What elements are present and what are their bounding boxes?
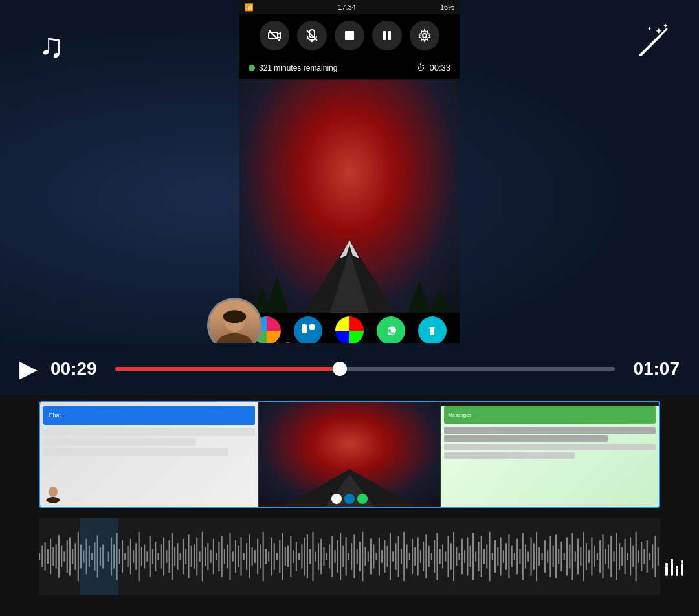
svg-rect-135 — [285, 547, 286, 566]
svg-rect-75 — [119, 549, 120, 564]
svg-rect-139 — [296, 542, 297, 571]
svg-rect-108 — [210, 550, 212, 563]
svg-rect-190 — [436, 533, 438, 580]
svg-rect-230 — [547, 550, 548, 563]
svg-rect-52 — [52, 547, 54, 566]
phone-battery: 16% — [440, 3, 454, 11]
svg-rect-256 — [619, 543, 620, 569]
svg-rect-221 — [522, 533, 524, 580]
svg-rect-55 — [61, 546, 62, 567]
svg-rect-138 — [293, 550, 294, 563]
svg-rect-267 — [649, 553, 650, 560]
svg-rect-61 — [78, 532, 79, 581]
svg-rect-143 — [307, 534, 308, 578]
progress-track[interactable] — [115, 367, 615, 371]
svg-rect-137 — [290, 536, 291, 577]
play-button[interactable]: ▶ — [19, 355, 38, 382]
svg-rect-166 — [370, 539, 372, 575]
svg-rect-192 — [442, 544, 443, 568]
svg-rect-279 — [681, 560, 683, 563]
svg-rect-136 — [287, 546, 289, 567]
svg-rect-58 — [69, 538, 71, 576]
progress-fill — [115, 367, 340, 371]
svg-rect-140 — [298, 553, 300, 560]
svg-rect-270 — [658, 547, 659, 566]
svg-rect-205 — [478, 542, 479, 571]
svg-rect-122 — [249, 534, 250, 578]
svg-rect-233 — [555, 534, 557, 578]
svg-rect-87 — [152, 549, 153, 564]
svg-rect-187 — [428, 546, 430, 567]
pause-button[interactable] — [372, 21, 402, 50]
current-time: 00:29 — [50, 358, 102, 379]
svg-rect-208 — [486, 544, 487, 568]
svg-rect-235 — [560, 542, 562, 571]
svg-rect-93 — [169, 540, 170, 573]
magic-wand-icon[interactable]: ✦ ✦ ✦ — [634, 23, 673, 67]
svg-rect-180 — [409, 553, 410, 560]
svg-rect-80 — [133, 550, 134, 563]
svg-rect-201 — [467, 538, 468, 576]
svg-rect-227 — [538, 547, 540, 566]
svg-rect-249 — [599, 540, 601, 573]
svg-rect-265 — [643, 549, 645, 564]
svg-rect-103 — [196, 538, 197, 576]
settings-button[interactable] — [410, 21, 439, 50]
svg-rect-47 — [39, 553, 40, 560]
svg-rect-199 — [461, 539, 463, 575]
svg-rect-241 — [577, 539, 579, 575]
svg-rect-250 — [602, 534, 603, 578]
svg-rect-60 — [74, 543, 76, 569]
svg-rect-56 — [63, 551, 65, 561]
svg-rect-237 — [566, 538, 568, 576]
strip-handle-right[interactable] — [659, 439, 660, 471]
audio-waveform[interactable]: // This won't work in SVG directly, use … — [39, 518, 660, 595]
svg-rect-59 — [72, 549, 73, 564]
svg-rect-84 — [144, 544, 145, 568]
svg-rect-258 — [625, 539, 626, 575]
svg-rect-82 — [139, 532, 140, 581]
svg-rect-255 — [616, 533, 617, 580]
svg-rect-148 — [320, 539, 322, 575]
svg-rect-272 — [665, 566, 668, 576]
video-strip[interactable]: Chat... — [39, 401, 660, 508]
recording-controls — [239, 14, 460, 56]
svg-rect-145 — [312, 532, 313, 581]
svg-rect-167 — [373, 544, 374, 568]
svg-rect-219 — [516, 539, 518, 575]
equalizer-icon[interactable] — [661, 556, 690, 588]
svg-rect-119 — [240, 538, 241, 576]
svg-rect-246 — [591, 538, 592, 576]
mute-camera-button[interactable] — [260, 21, 289, 50]
svg-rect-124 — [254, 550, 256, 563]
video-strip-row: Chat... — [0, 401, 699, 514]
svg-rect-134 — [282, 533, 283, 580]
svg-rect-95 — [174, 547, 175, 566]
svg-rect-99 — [185, 549, 186, 564]
svg-rect-118 — [238, 546, 239, 567]
waveform-svg: // This won't work in SVG directly, use … — [39, 518, 660, 595]
svg-rect-260 — [630, 538, 631, 576]
svg-rect-150 — [326, 553, 327, 560]
stop-button[interactable] — [335, 21, 364, 50]
svg-rect-109 — [213, 539, 214, 575]
svg-rect-185 — [423, 542, 424, 571]
svg-rect-254 — [613, 551, 614, 561]
svg-rect-151 — [329, 544, 330, 568]
video-thumb-1: Chat... — [40, 402, 259, 507]
svg-rect-194 — [447, 536, 449, 577]
svg-rect-236 — [564, 553, 565, 560]
svg-rect-79 — [130, 539, 131, 575]
svg-rect-176 — [398, 536, 399, 577]
svg-rect-100 — [188, 534, 189, 578]
svg-rect-163 — [362, 532, 363, 581]
svg-rect-129 — [268, 551, 269, 561]
svg-rect-174 — [392, 551, 394, 561]
phone-status-left: 📶 — [245, 3, 254, 12]
svg-rect-172 — [387, 546, 388, 567]
mute-mic-button[interactable] — [297, 21, 327, 50]
progress-thumb[interactable] — [333, 362, 347, 376]
svg-rect-22 — [309, 324, 315, 330]
svg-rect-274 — [671, 562, 673, 576]
svg-rect-257 — [621, 547, 623, 566]
